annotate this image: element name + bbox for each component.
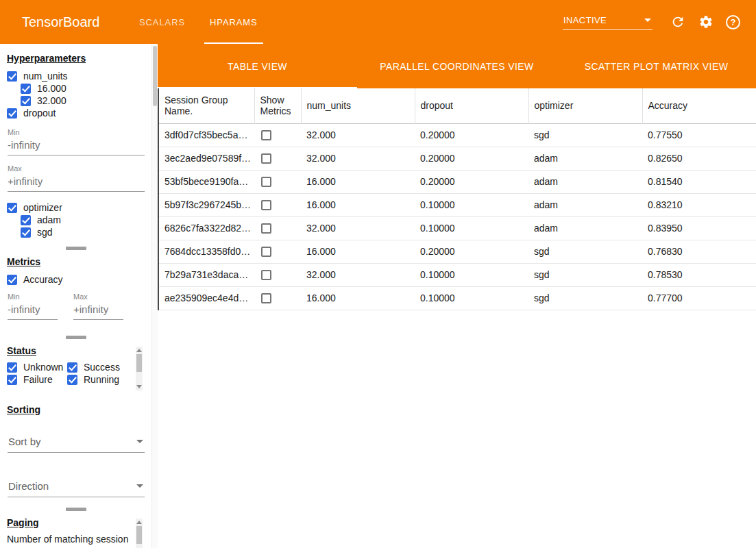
refresh-icon[interactable] [670,14,686,30]
run-status-dropdown[interactable]: INACTIVE [563,14,653,30]
panel-resize-handle[interactable] [0,334,151,342]
checkbox[interactable] [67,375,77,385]
settings-icon[interactable] [698,14,714,30]
sidebar-scrollbar[interactable] [151,44,158,548]
dropout-cell: 0.10000 [415,263,528,286]
nav-tab[interactable]: HPARAMS [197,0,270,44]
paging-section: Paging Number of matching session groups… [0,517,151,548]
checkbox-row[interactable]: num_units [7,70,145,82]
help-glyph: ? [731,17,736,27]
checkbox-row[interactable]: Success [67,361,136,373]
view-tab[interactable]: SCATTER PLOT MATRIX VIEW [557,44,756,88]
checkbox[interactable] [21,84,31,94]
checkbox[interactable] [7,108,17,119]
topbar-actions: INACTIVE ? [563,0,756,44]
show-metrics-checkbox[interactable] [261,247,271,257]
paging-scrollbar[interactable] [136,519,143,548]
checkbox-row[interactable]: adam [7,214,145,226]
scrollbar-thumb[interactable] [153,46,157,106]
scrollbar-thumb[interactable] [136,526,142,544]
scroll-up-icon[interactable] [136,349,142,352]
nav-tab-label: SCALARS [139,17,185,27]
checkbox[interactable] [21,215,31,225]
dropout-max-input[interactable] [8,173,145,192]
direction-dropdown[interactable]: Direction [8,477,145,497]
top-app-bar: TensorBoard SCALARS HPARAMS INACTIVE ? [0,0,756,44]
status-scrollbar[interactable] [136,347,143,390]
table-row: 7684dcc13358fd0… 16.000 0.20000 sgd 0.76… [159,240,756,263]
checkbox[interactable] [7,362,17,373]
paging-info: Number of matching session groups: 8 [7,533,136,548]
panel-resize-handle[interactable] [0,506,151,514]
panel-resize-handle[interactable] [0,245,151,253]
num-units-cell: 32.000 [301,216,415,240]
session-group-name-cell: 7b29a731e3daca… [159,263,254,286]
session-group-name-cell: 6826c7fa3322d82… [159,216,254,240]
nav-tab-label: HPARAMS [210,17,258,27]
metric-min-field: Min [8,292,58,320]
show-metrics-checkbox[interactable] [261,270,271,280]
show-metrics-checkbox[interactable] [261,200,271,210]
metrics-list: Accuracy [7,273,145,286]
dropout-cell: 0.20000 [415,240,528,263]
checkbox[interactable] [7,71,17,82]
checkbox-label: Accuracy [23,274,63,285]
checkbox[interactable] [67,362,77,373]
show-metrics-checkbox[interactable] [261,177,271,187]
dropout-max-field: Max [8,164,145,192]
table-row: 53bf5bece9190fa… 16.000 0.20000 adam 0.8… [159,170,756,193]
status-title: Status [7,345,145,356]
accuracy-cell: 0.76830 [642,240,756,263]
optimizer-cell: sgd [528,240,642,263]
num-units-cell: 16.000 [301,240,415,263]
table-body: 3df0d7cf35bec5a… 32.000 0.20000 sgd 0.77… [159,123,756,310]
checkbox-label: dropout [23,108,56,119]
optimizer-cell: sgd [528,123,642,147]
checkbox[interactable] [7,275,17,285]
show-metrics-cell [254,170,301,193]
scroll-down-icon[interactable] [136,385,142,388]
num-units-cell: 16.000 [301,286,415,310]
checkbox[interactable] [7,203,17,213]
show-metrics-checkbox[interactable] [261,130,271,140]
show-metrics-checkbox[interactable] [261,223,271,234]
show-metrics-checkbox[interactable] [261,293,271,303]
session-group-name-cell: 5b97f3c2967245b… [159,193,254,216]
metric-max-input[interactable] [73,301,123,320]
scrollbar-thumb[interactable] [136,354,142,372]
checkbox-label: sgd [37,227,53,238]
caret-down-icon [136,484,143,488]
checkbox[interactable] [21,227,31,238]
checkbox-row[interactable]: Accuracy [7,273,145,286]
sidebar-content: Hyperparameters num_units 16.000 [0,44,151,548]
checkbox-row[interactable]: sgd [7,226,145,238]
help-icon[interactable]: ? [726,15,740,29]
checkbox-row[interactable]: Failure [7,373,67,386]
metric-min-input[interactable] [8,301,58,320]
checkbox-row[interactable]: 16.000 [7,82,145,95]
optimizer-cell: adam [528,147,642,170]
checkbox-row[interactable]: optimizer [7,201,145,214]
dropout-min-input[interactable] [8,137,145,155]
column-header-session-group-name: Session Group Name. [159,88,254,123]
num-units-cell: 32.000 [301,123,415,147]
nav-tab[interactable]: SCALARS [127,0,197,44]
view-tab[interactable]: TABLE VIEW [158,44,357,88]
checkbox-row[interactable]: 32.000 [7,95,145,107]
checkbox-row[interactable]: Running [67,373,136,386]
sort-by-dropdown[interactable]: Sort by [8,432,145,453]
checkbox-row[interactable]: Unknown [7,361,67,373]
view-tab[interactable]: PARALLEL COORDINATES VIEW [357,44,557,88]
run-status-value: INACTIVE [563,15,607,25]
num-units-cell: 32.000 [301,147,415,170]
scroll-up-icon[interactable] [136,521,142,524]
sorting-section: Sorting Sort by Direction [0,404,151,497]
show-metrics-checkbox[interactable] [261,153,271,164]
checkbox-row[interactable]: dropout [7,107,145,119]
view-tab-label: TABLE VIEW [228,61,287,72]
accuracy-cell: 0.83950 [642,216,756,240]
column-header-accuracy: Accuracy [642,88,756,123]
session-group-name-cell: 3ec2aed9e07589f… [159,147,254,170]
checkbox[interactable] [21,96,31,106]
checkbox[interactable] [7,375,17,385]
